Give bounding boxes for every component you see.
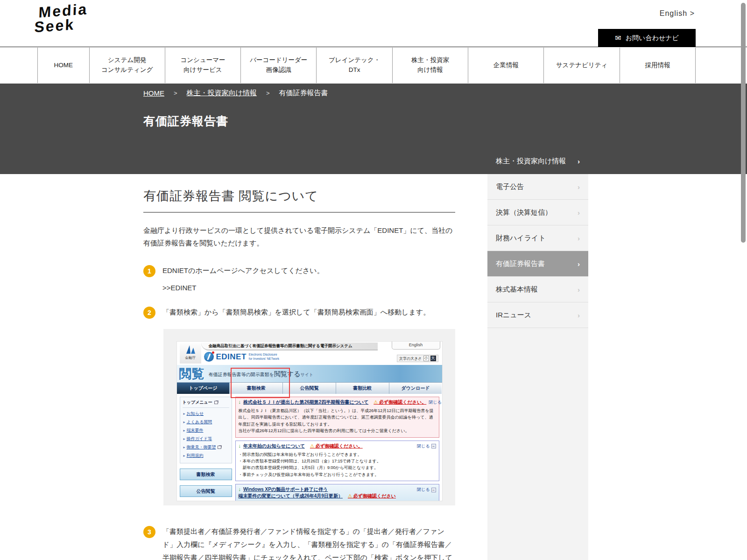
sidebar-item-label: 株式基本情報	[496, 285, 538, 294]
notice-warning: ⚠ 必ず御確認ください	[348, 493, 396, 499]
edinet-tab-4: ダウンロード	[389, 383, 442, 394]
edinet-menu-link-label: 利用規約	[187, 453, 204, 459]
notice-warning: ⚠ 必ず御確認ください。	[310, 443, 363, 449]
edinet-logo: EDINET Electronic Disclosure for Investo…	[204, 352, 280, 362]
step-3-text: 「書類提出者／有価証券発行者／ファンド情報を指定する」の「提出者／発行者／ファン…	[162, 525, 455, 560]
nav-item-1[interactable]: システム開発コンサルティング	[89, 48, 165, 83]
down-arrow-icon: ↓	[239, 443, 241, 448]
red-highlight-box	[231, 368, 290, 398]
nav-item-7[interactable]: サステナビリティ	[543, 48, 619, 83]
notice-title: 株式会社ＳＪＩが提出した第26期第2四半期報告書について	[243, 399, 368, 406]
nav-item-2[interactable]: コンシューマー向けサービス	[165, 48, 240, 83]
sidebar-item-label: IRニュース	[496, 311, 531, 320]
sidebar-item-label: 電子公告	[496, 182, 524, 191]
nav-item-3[interactable]: バーコードリーダー画像認識	[240, 48, 316, 83]
edinet-top-menu-header: トップメニュー	[183, 399, 229, 408]
sidebar-item-3[interactable]: 有価証券報告書›	[487, 251, 588, 277]
edinet-link[interactable]: >>EDINET	[162, 284, 197, 292]
nav-item-line: 向けサービス	[183, 65, 222, 75]
step-3-badge: 3	[143, 526, 155, 538]
edinet-menu-link-0: ▸お知らせ	[183, 409, 229, 418]
main-nav: HOMEシステム開発コンサルティングコンシューマー向けサービスバーコードリーダー…	[37, 48, 696, 83]
scrollbar-thumb[interactable]	[741, 3, 746, 243]
sidebar-item-5[interactable]: IRニュース›	[487, 302, 588, 328]
nav-item-4[interactable]: ブレインテック・DTx	[316, 48, 392, 83]
bullet-icon: ▸	[183, 412, 185, 416]
step-2-badge: 2	[143, 307, 155, 319]
breadcrumb-item-0[interactable]: HOME	[143, 89, 164, 97]
external-link-icon	[218, 446, 221, 449]
edinet-menu-link-label: よくある質問	[187, 419, 212, 425]
edinet-top-menu: トップメニュー ▸お知らせ▸よくある質問▸端末要件▸操作ガイド等▸御意見・御要望…	[180, 397, 232, 463]
chevron-right-icon: ›	[578, 286, 580, 294]
step-2-text: 「書類検索」から「書類簡易検索」を選択して「書類簡易検索画面」へ移動します。	[162, 306, 430, 319]
chevron-right-icon: ›	[578, 183, 580, 191]
step-3: 3 「書類提出者／有価証券発行者／ファンド情報を指定する」の「提出者／発行者／フ…	[143, 525, 455, 560]
edinet-body: トップメニュー ▸お知らせ▸よくある質問▸端末要件▸操作ガイド等▸御意見・御要望…	[177, 394, 442, 501]
sidebar-header-label: 株主・投資家向け情報	[496, 157, 566, 166]
edinet-menu-link-2: ▸端末要件	[183, 426, 229, 434]
edinet-banner: 閲覧 有価証券報告書等の開示書類を閲覧するサイト	[177, 365, 442, 382]
notice-body-line: ・本年の書類本登録受付時間は、12月26日（金）17:15で終了となります。	[239, 458, 436, 464]
breadcrumb: HOME>株主・投資家向け情報>有価証券報告書	[143, 89, 328, 98]
step-2: 2 「書類検索」から「書類簡易検索」を選択して「書類簡易検索画面」へ移動します。	[143, 306, 455, 319]
breadcrumb-item-1[interactable]: 株主・投資家向け情報	[187, 89, 257, 98]
bullet-icon: ▸	[183, 420, 185, 424]
nav-item-line: ブレインテック・	[329, 56, 380, 65]
sidebar-item-label: 決算（決算短信）	[496, 208, 552, 217]
notice-title: Windows XPの製品サポート終了に伴う	[243, 486, 328, 493]
edinet-menu-link-label: 端末要件	[187, 427, 204, 434]
nav-item-0[interactable]: HOME	[37, 48, 89, 83]
edinet-side-menu: トップメニュー ▸お知らせ▸よくある質問▸端末要件▸操作ガイド等▸御意見・御要望…	[180, 397, 232, 501]
notice-body-line: ・事前チェック及び仮登録は年末年始も平常どおり行うことができます。	[239, 471, 436, 478]
down-arrow-icon: ↓	[239, 486, 241, 492]
step-1-text: EDNIETのホームページへアクセスしてください。	[162, 264, 324, 277]
nav-item-line: サステナビリティ	[556, 61, 608, 70]
edinet-logo-subtext: Electronic Disclosure for Investors' NET…	[249, 353, 279, 361]
page-title: 有価証券報告書	[143, 113, 228, 129]
nav-item-8[interactable]: 採用情報	[620, 48, 696, 83]
sidebar-item-label: 有価証券報告書	[496, 259, 545, 268]
notice-body: 株式会社ＳＪＩ（東京都品川区）（以下「当社」という。）は、平成26年12月12日…	[239, 407, 436, 434]
edinet-screenshot: 金融庁 金融商品取引法に基づく有価証券報告書等の開示書類に関する電子開示システム…	[177, 342, 442, 501]
nav-item-line: コンシューマー	[180, 56, 225, 65]
section-heading: 有価証券報告書 閲覧について	[143, 188, 455, 204]
sidebar-item-0[interactable]: 電子公告›	[487, 174, 588, 200]
fontsize-large-button: 大	[430, 356, 436, 361]
bullet-icon: ▸	[183, 445, 185, 449]
notice-title-row: ↓年末年始のお知らせについて⚠ 必ず御確認ください。閉じる−	[239, 443, 436, 449]
nav-item-5[interactable]: 株主・投資家向け情報	[392, 48, 468, 83]
edinet-menu-link-label: お知らせ	[187, 411, 204, 417]
sidebar-item-4[interactable]: 株式基本情報›	[487, 277, 588, 302]
hero-band: HOME>株主・投資家向け情報>有価証券報告書 有価証券報告書	[0, 84, 747, 174]
edinet-header: 金融庁 金融商品取引法に基づく有価証券報告書等の開示書類に関する電子開示システム…	[177, 342, 442, 365]
breadcrumb-separator: >	[174, 90, 177, 97]
sidebar-item-1[interactable]: 決算（決算短信）›	[487, 200, 588, 225]
notice-warning: ⚠ 必ず御確認ください。	[374, 399, 426, 406]
mediaseek-logo[interactable]: Media Seek	[38, 2, 88, 35]
sidebar-item-label: 財務ハイライト	[496, 234, 546, 243]
english-link[interactable]: English >	[660, 9, 695, 18]
nav-item-6[interactable]: 企業情報	[468, 48, 543, 83]
edinet-tab-3: 書類比較	[336, 383, 389, 394]
bullet-icon: ▸	[183, 454, 185, 458]
edinet-menu-link-4: ▸御意見・御要望	[183, 443, 229, 451]
notice-title-row-2: 端末要件の変更について（平成26年4月9日更新）⚠ 必ず御確認ください	[239, 493, 436, 499]
fsa-logo: 金融庁	[180, 343, 201, 364]
nav-item-line: 採用情報	[645, 61, 670, 70]
edinet-tab-bar: トップページ書類検索公告閲覧書類比較ダウンロード	[177, 382, 442, 394]
fontsize-label: 文字の大きさ	[399, 356, 422, 361]
nav-item-line: コンサルティング	[101, 65, 153, 75]
contact-nav-button[interactable]: ✉ お問い合わせナビ	[598, 29, 696, 47]
collapse-icon: −	[431, 488, 436, 492]
notice-body-line: 新年の書類本登録受付時間は、1月5日（月）9:00から可能となります。	[239, 464, 436, 471]
edinet-side-button-0: 書類検索	[180, 469, 232, 480]
fontsize-small-button: 小	[423, 356, 429, 361]
ir-sidebar: 株主・投資家向け情報 › 電子公告›決算（決算短信）›財務ハイライト›有価証券報…	[487, 148, 588, 560]
sidebar-item-2[interactable]: 財務ハイライト›	[487, 225, 588, 251]
edinet-notice-list: ↓株式会社ＳＪＩが提出した第26期第2四半期報告書について⚠ 必ず御確認ください…	[235, 397, 439, 501]
bullet-icon: ▸	[183, 437, 185, 441]
sidebar-header-shareholders[interactable]: 株主・投資家向け情報 ›	[487, 148, 588, 174]
chevron-right-icon: ›	[578, 209, 580, 217]
notice-close-label: 閉じる	[429, 399, 441, 406]
